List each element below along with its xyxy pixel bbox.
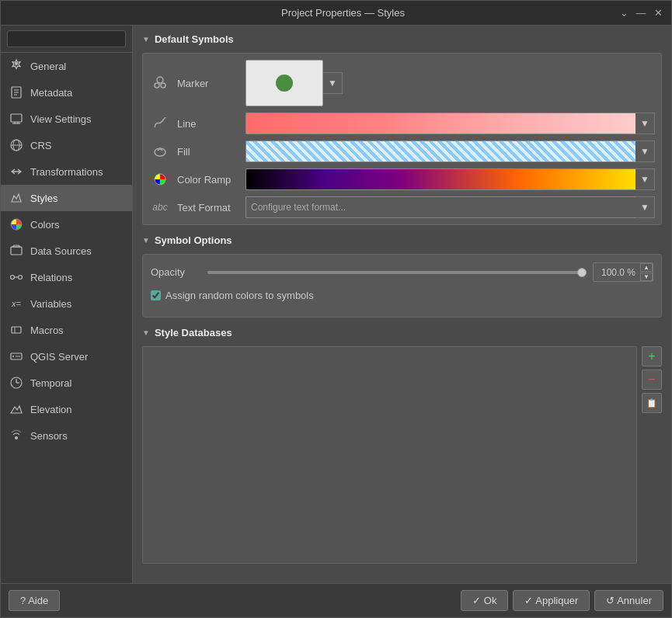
- sidebar-label-elevation: Elevation: [30, 404, 71, 415]
- svg-text:x=: x=: [11, 299, 22, 308]
- collapse-button[interactable]: ⌄: [617, 6, 631, 20]
- sidebar-label-metadata: Metadata: [30, 87, 72, 99]
- aide-icon: ?: [20, 595, 26, 606]
- apply-label: Appliquer: [535, 595, 578, 606]
- sidebar-item-qgis-server[interactable]: QGIS Server: [1, 343, 132, 370]
- marker-dropdown-btn[interactable]: ▼: [323, 72, 343, 94]
- sidebar-label-styles: Styles: [30, 193, 57, 204]
- opacity-row: Opacity 100.0 % ▲ ▼: [151, 262, 653, 282]
- footer-left: ? Aide: [9, 590, 60, 611]
- sidebar-label-view-settings: View Settings: [30, 113, 92, 125]
- sidebar: GeneralMetadataView SettingsCRSTransform…: [1, 26, 133, 583]
- footer-right: ✓ Ok ✓ Appliquer ↺ Annuler: [461, 590, 663, 611]
- sidebar-item-metadata[interactable]: Metadata: [1, 79, 132, 106]
- sidebar-item-view-settings[interactable]: View Settings: [1, 106, 132, 132]
- colorramp-dropdown-btn[interactable]: ▼: [635, 168, 655, 190]
- style-db-info-btn[interactable]: 📋: [642, 393, 662, 413]
- sidebar-item-macros[interactable]: Macros: [1, 317, 132, 343]
- sidebar-label-data-sources: Data Sources: [30, 245, 92, 257]
- random-colors-checkbox[interactable]: [151, 290, 161, 300]
- sidebar-item-temporal[interactable]: Temporal: [1, 370, 132, 396]
- sidebar-item-general[interactable]: General: [1, 53, 132, 79]
- search-bar: [1, 26, 132, 53]
- svg-point-15: [11, 276, 15, 279]
- sidebar-item-styles[interactable]: Styles: [1, 185, 132, 211]
- sidebar-icon-general: [9, 58, 24, 74]
- sidebar-label-temporal: Temporal: [30, 377, 71, 389]
- style-databases-collapse[interactable]: ▼: [142, 328, 150, 337]
- symbol-options-header: ▼ Symbol Options: [142, 234, 662, 246]
- symbol-options-collapse[interactable]: ▼: [142, 236, 150, 245]
- symbols-grid: Marker ▼: [142, 53, 662, 225]
- cancel-icon: ↺: [606, 595, 617, 606]
- apply-button[interactable]: ✓ Appliquer: [513, 590, 590, 611]
- window-title: Project Properties — Styles: [69, 7, 617, 19]
- line-dropdown-btn[interactable]: ▼: [635, 113, 655, 134]
- sidebar-label-transformations: Transformations: [30, 166, 103, 178]
- minimize-button[interactable]: —: [634, 6, 648, 20]
- colorramp-icon: [149, 172, 171, 186]
- opacity-value: 100.0 %: [594, 266, 640, 279]
- sidebar-item-transformations[interactable]: Transformations: [1, 158, 132, 185]
- window-controls: ⌄ — ✕: [617, 6, 665, 20]
- style-databases-header: ▼ Style Databases: [142, 327, 662, 339]
- line-row: Line ▼: [149, 113, 655, 134]
- sidebar-label-qgis-server: QGIS Server: [30, 351, 88, 363]
- svg-point-27: [15, 436, 18, 439]
- default-symbols-collapse[interactable]: ▼: [142, 35, 150, 43]
- sidebar-label-variables: Variables: [30, 298, 71, 310]
- style-db-remove-btn[interactable]: −: [642, 370, 662, 390]
- fill-row: Fill ▼: [149, 141, 655, 162]
- symbol-options-body: Opacity 100.0 % ▲ ▼ Assign: [142, 254, 662, 318]
- textformat-configure-btn[interactable]: Configure text format...: [245, 196, 635, 218]
- content-inner: ▼ Default Symbols Marker: [133, 26, 671, 583]
- sidebar-item-colors[interactable]: Colors: [1, 211, 132, 238]
- marker-control: ▼: [245, 60, 655, 106]
- aide-button[interactable]: ? Aide: [9, 590, 60, 611]
- svg-rect-14: [11, 247, 22, 255]
- sidebar-icon-data-sources: [9, 243, 24, 259]
- ok-button[interactable]: ✓ Ok: [461, 590, 508, 611]
- sidebar-icon-qgis-server: [9, 349, 24, 364]
- sidebar-icon-crs: [9, 137, 24, 153]
- cancel-button[interactable]: ↺ Annuler: [594, 590, 663, 611]
- fill-swatch[interactable]: [245, 141, 635, 162]
- sidebar-label-sensors: Sensors: [30, 430, 68, 442]
- line-swatch[interactable]: [245, 113, 635, 134]
- footer: ? Aide ✓ Ok ✓ Appliquer ↺ Annuler: [1, 583, 671, 617]
- search-input[interactable]: [7, 30, 126, 47]
- colorramp-control: ▼: [245, 168, 655, 190]
- opacity-stepper: ▲ ▼: [640, 263, 653, 281]
- sidebar-item-relations[interactable]: Relations: [1, 264, 132, 290]
- sidebar-icon-temporal: [9, 375, 24, 391]
- aide-label: Aide: [28, 595, 48, 606]
- colorramp-swatch[interactable]: [245, 168, 635, 190]
- content-area: ▼ Default Symbols Marker: [133, 26, 671, 583]
- opacity-down-btn[interactable]: ▼: [640, 273, 653, 281]
- fill-control: ▼: [245, 141, 655, 162]
- textformat-dropdown-btn[interactable]: ▼: [635, 196, 655, 218]
- sidebar-icon-elevation: [9, 401, 24, 417]
- sidebar-item-variables[interactable]: x=Variables: [1, 290, 132, 317]
- opacity-slider[interactable]: [207, 271, 587, 274]
- symbol-options-title: Symbol Options: [155, 234, 232, 246]
- ok-label: Ok: [484, 595, 497, 606]
- sidebar-item-crs[interactable]: CRS: [1, 132, 132, 158]
- sidebar-item-data-sources[interactable]: Data Sources: [1, 238, 132, 264]
- textformat-row: abc Text Format Configure text format...…: [149, 196, 655, 218]
- fill-icon: [149, 144, 171, 158]
- opacity-up-btn[interactable]: ▲: [640, 263, 653, 272]
- marker-circle: [276, 75, 293, 92]
- style-db-buttons: + − 📋: [642, 346, 662, 564]
- sidebar-item-elevation[interactable]: Elevation: [1, 396, 132, 422]
- style-db-add-btn[interactable]: +: [642, 346, 662, 366]
- sidebar-item-sensors[interactable]: Sensors: [1, 422, 132, 449]
- marker-preview[interactable]: [245, 60, 323, 106]
- svg-point-22: [12, 356, 14, 357]
- sidebar-icon-styles: [9, 190, 24, 206]
- random-colors-label[interactable]: Assign random colors to symbols: [165, 290, 314, 301]
- default-symbols-title: Default Symbols: [155, 33, 234, 45]
- sidebar-icon-variables: x=: [9, 296, 24, 311]
- fill-dropdown-btn[interactable]: ▼: [635, 141, 655, 162]
- close-button[interactable]: ✕: [651, 6, 665, 20]
